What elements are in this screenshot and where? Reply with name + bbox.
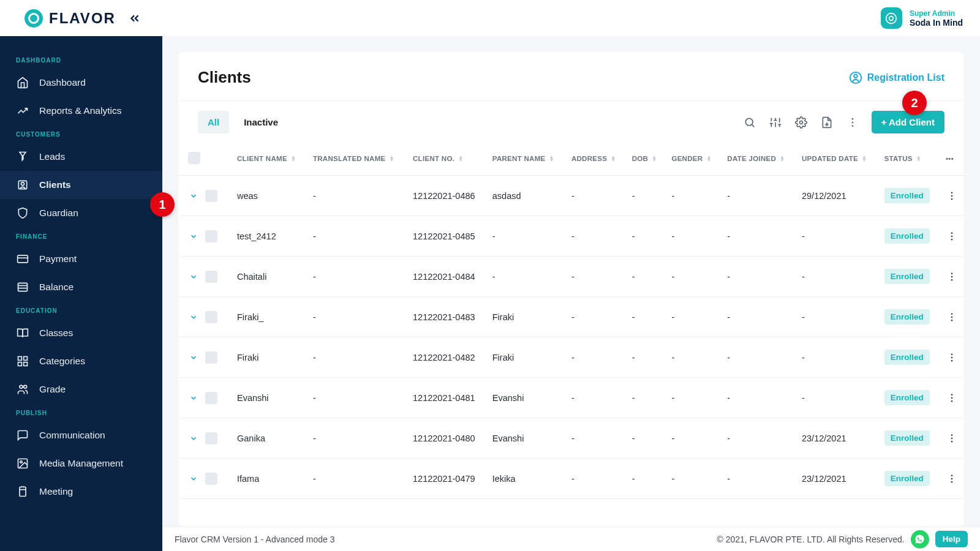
whatsapp-button[interactable] — [911, 530, 929, 549]
cell-client-name: Chaitali — [231, 257, 307, 297]
sidebar-item-communication[interactable]: Communication — [0, 421, 162, 449]
sidebar-item-meeting[interactable]: Meeting — [0, 478, 162, 506]
row-checkbox[interactable] — [205, 473, 217, 485]
table-row[interactable]: Firaki-12122021-0482Firaki-----Enrolled — [178, 337, 964, 378]
footer-copyright: © 2021, FLAVOR PTE. LTD. All Rights Rese… — [717, 534, 904, 544]
expand-row-icon[interactable] — [188, 473, 199, 484]
help-button[interactable]: Help — [935, 531, 968, 547]
col-header[interactable]: PARENT NAME▲▼ — [486, 142, 565, 176]
col-header[interactable]: ADDRESS▲▼ — [565, 142, 626, 176]
svg-point-55 — [951, 397, 953, 399]
table-row[interactable]: Ganika-12122021-0480Evanshi----23/12/202… — [178, 418, 964, 459]
registration-list-link[interactable]: Registration List — [849, 71, 944, 84]
table-row[interactable]: Evanshi-12122021-0481Evanshi-----Enrolle… — [178, 378, 964, 418]
nav-item-label: Classes — [39, 328, 73, 339]
expand-row-icon[interactable] — [188, 190, 199, 201]
cell-client-no: 12122021-0485 — [407, 216, 486, 257]
tab-inactive[interactable]: Inactive — [234, 111, 288, 133]
cell-address: - — [565, 176, 626, 216]
clients-table: CLIENT NAME▲▼TRANSLATED NAME▲▼CLIENT NO.… — [178, 142, 964, 499]
sidebar-item-classes[interactable]: Classes — [0, 319, 162, 347]
cell-dob: - — [626, 176, 666, 216]
shield-icon — [16, 206, 29, 220]
cell-updated-date: - — [796, 297, 878, 337]
row-actions-button[interactable] — [946, 190, 958, 201]
meeting-icon — [16, 485, 29, 498]
cell-parent-name: Firaki — [486, 337, 565, 378]
svg-point-52 — [951, 356, 953, 358]
svg-point-23 — [745, 118, 753, 126]
sidebar-item-balance[interactable]: Balance — [0, 273, 162, 301]
row-checkbox[interactable] — [205, 271, 217, 283]
sidebar-item-grade[interactable]: Grade — [0, 375, 162, 403]
col-header[interactable]: DOB▲▼ — [626, 142, 666, 176]
table-row[interactable]: weas-12122021-0486asdasd----29/12/2021En… — [178, 176, 964, 216]
more-icon[interactable] — [846, 116, 859, 129]
row-checkbox[interactable] — [205, 230, 217, 242]
cell-dob: - — [626, 378, 666, 418]
gear-icon[interactable] — [794, 116, 808, 129]
sidebar-item-leads[interactable]: Leads — [0, 143, 162, 171]
row-actions-button[interactable] — [946, 352, 958, 363]
sliders-icon[interactable] — [769, 116, 782, 129]
brand-logo-icon — [24, 9, 43, 28]
sidebar-item-dashboard[interactable]: Dashboard — [0, 69, 162, 97]
row-checkbox[interactable] — [205, 392, 217, 404]
row-actions-button[interactable] — [946, 231, 958, 242]
sidebar-item-categories[interactable]: Categories — [0, 347, 162, 375]
cell-parent-name: Iekika — [486, 459, 565, 499]
search-icon[interactable] — [743, 116, 756, 129]
cell-updated-date: - — [796, 257, 878, 297]
row-actions-button[interactable] — [946, 473, 958, 484]
col-header[interactable]: TRANSLATED NAME▲▼ — [307, 142, 407, 176]
tab-all[interactable]: All — [198, 111, 229, 133]
cell-date-joined: - — [721, 176, 796, 216]
row-checkbox[interactable] — [205, 351, 217, 364]
brand-logo[interactable]: FLAVOR — [24, 9, 116, 28]
expand-row-icon[interactable] — [188, 392, 199, 403]
footer-version: Flavor CRM Version 1 - Advanced mode 3 — [175, 534, 334, 544]
col-header[interactable]: DATE JOINED▲▼ — [721, 142, 796, 176]
svg-rect-6 — [18, 283, 28, 291]
col-header[interactable]: CLIENT NAME▲▼ — [231, 142, 307, 176]
sort-icon: ▲▼ — [780, 156, 785, 162]
table-row[interactable]: test_2412-12122021-0485------Enrolled — [178, 216, 964, 257]
cell-translated-name: - — [307, 297, 407, 337]
sidebar-item-guardian[interactable]: Guardian — [0, 199, 162, 227]
cell-address: - — [565, 216, 626, 257]
row-actions-button[interactable] — [946, 271, 958, 282]
col-header[interactable]: STATUS▲▼ — [878, 142, 940, 176]
col-header[interactable]: UPDATED DATE▲▼ — [796, 142, 878, 176]
expand-row-icon[interactable] — [188, 312, 199, 323]
row-checkbox[interactable] — [205, 311, 217, 323]
row-checkbox[interactable] — [205, 190, 217, 202]
sort-icon: ▲▼ — [549, 156, 554, 162]
nav-item-label: Meeting — [39, 486, 73, 497]
sidebar-collapse-button[interactable] — [127, 10, 143, 26]
cell-parent-name: Firaki — [486, 297, 565, 337]
svg-point-62 — [951, 481, 953, 482]
expand-row-icon[interactable] — [188, 231, 199, 242]
table-row[interactable]: Chaitali-12122021-0484------Enrolled — [178, 257, 964, 297]
user-menu[interactable]: Super Admin Soda In Mind — [881, 7, 963, 29]
row-actions-button[interactable] — [946, 433, 958, 444]
expand-row-icon[interactable] — [188, 271, 199, 282]
export-icon[interactable] — [820, 116, 834, 129]
col-header[interactable]: CLIENT NO.▲▼ — [407, 142, 486, 176]
table-row[interactable]: Firaki_-12122021-0483Firaki-----Enrolled — [178, 297, 964, 337]
expand-row-icon[interactable] — [188, 433, 199, 444]
col-header[interactable]: GENDER▲▼ — [665, 142, 721, 176]
row-actions-button[interactable] — [946, 392, 958, 403]
topbar: FLAVOR Super Admin Soda In Mind — [0, 0, 980, 36]
table-row[interactable]: Ifama-12122021-0479Iekika----23/12/2021E… — [178, 459, 964, 499]
row-checkbox[interactable] — [205, 432, 217, 444]
expand-row-icon[interactable] — [188, 352, 199, 363]
sidebar-item-media-management[interactable]: Media Management — [0, 449, 162, 478]
sidebar-item-clients[interactable]: Clients — [0, 171, 162, 199]
sidebar-item-reports-analytics[interactable]: Reports & Analytics — [0, 97, 162, 125]
add-client-button[interactable]: + Add Client — [872, 111, 944, 133]
select-all-checkbox[interactable] — [188, 152, 200, 164]
row-actions-button[interactable] — [946, 312, 958, 323]
sidebar-item-payment[interactable]: Payment — [0, 245, 162, 273]
sort-icon: ▲▼ — [706, 156, 711, 162]
